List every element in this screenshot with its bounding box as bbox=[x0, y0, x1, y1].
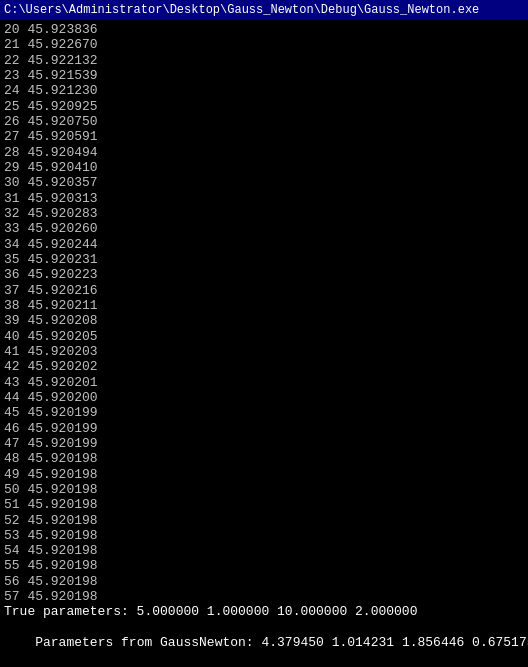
console-body: 20 45.92383621 45.92267022 45.92213223 4… bbox=[0, 20, 528, 667]
console-data-line: 32 45.920283 bbox=[4, 206, 524, 221]
console-data-line: 34 45.920244 bbox=[4, 237, 524, 252]
console-data-line: 22 45.922132 bbox=[4, 53, 524, 68]
console-data-line: 26 45.920750 bbox=[4, 114, 524, 129]
console-data-line: 35 45.920231 bbox=[4, 252, 524, 267]
console-data-line: 28 45.920494 bbox=[4, 145, 524, 160]
console-data-line: 55 45.920198 bbox=[4, 558, 524, 573]
console-data-line: 46 45.920199 bbox=[4, 421, 524, 436]
console-data-line: 29 45.920410 bbox=[4, 160, 524, 175]
console-data-line: 47 45.920199 bbox=[4, 436, 524, 451]
console-data-line: 20 45.923836 bbox=[4, 22, 524, 37]
console-data-line: 40 45.920205 bbox=[4, 329, 524, 344]
console-data-line: 25 45.920925 bbox=[4, 99, 524, 114]
console-data-line: 37 45.920216 bbox=[4, 283, 524, 298]
console-data-line: 41 45.920203 bbox=[4, 344, 524, 359]
console-data-line: 56 45.920198 bbox=[4, 574, 524, 589]
console-data-line: 54 45.920198 bbox=[4, 543, 524, 558]
console-data-line: 33 45.920260 bbox=[4, 221, 524, 236]
console-data-line: 23 45.921539 bbox=[4, 68, 524, 83]
console-data-line: 42 45.920202 bbox=[4, 359, 524, 374]
console-data-line: 51 45.920198 bbox=[4, 497, 524, 512]
true-params-line: True parameters: 5.000000 1.000000 10.00… bbox=[4, 604, 524, 619]
console-data-line: 38 45.920211 bbox=[4, 298, 524, 313]
console-data-line: 57 45.920198 bbox=[4, 589, 524, 604]
console-data-line: 44 45.920200 bbox=[4, 390, 524, 405]
console-data-line: 49 45.920198 bbox=[4, 467, 524, 482]
console-data-line: 52 45.920198 bbox=[4, 513, 524, 528]
console-data-line: 43 45.920201 bbox=[4, 375, 524, 390]
console-data-line: 27 45.920591 bbox=[4, 129, 524, 144]
console-data-line: 45 45.920199 bbox=[4, 405, 524, 420]
console-data-line: 31 45.920313 bbox=[4, 191, 524, 206]
title-text: C:\Users\Administrator\Desktop\Gauss_New… bbox=[4, 3, 479, 17]
console-data-line: 24 45.921230 bbox=[4, 83, 524, 98]
console-data-line: 39 45.920208 bbox=[4, 313, 524, 328]
console-data-line: 36 45.920223 bbox=[4, 267, 524, 282]
console-data-line: 50 45.920198 bbox=[4, 482, 524, 497]
console-data-line: 48 45.920198 bbox=[4, 451, 524, 466]
gauss-newton-params-line: Parameters from GaussNewton: 4.379450 1.… bbox=[4, 620, 524, 667]
console-data-line: 21 45.922670 bbox=[4, 37, 524, 52]
title-bar: C:\Users\Administrator\Desktop\Gauss_New… bbox=[0, 0, 528, 20]
console-data-line: 30 45.920357 bbox=[4, 175, 524, 190]
gauss-params-text: Parameters from GaussNewton: 4.379450 1.… bbox=[35, 635, 528, 650]
console-data-line: 53 45.920198 bbox=[4, 528, 524, 543]
watermark bbox=[35, 652, 48, 664]
